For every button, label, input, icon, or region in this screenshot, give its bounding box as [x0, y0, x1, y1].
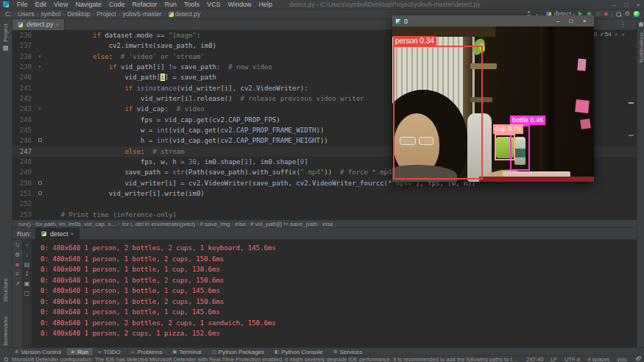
toolwindow-python-packages[interactable]: ◫Python Packages: [208, 348, 269, 356]
cv-minimize-button[interactable]: –: [551, 18, 565, 24]
menu-code[interactable]: Code: [105, 0, 129, 10]
menu-run[interactable]: Run: [160, 0, 180, 10]
menu-view[interactable]: View: [50, 0, 71, 10]
toolwindow-run[interactable]: ▶Run: [67, 348, 93, 356]
clear-icon[interactable]: ▢: [24, 290, 30, 297]
search-icon[interactable]: [616, 12, 621, 17]
code-breadcrumb-item[interactable]: run(): [17, 221, 32, 227]
code-line[interactable]: 253 # Print time (inference-only): [13, 210, 637, 220]
next-problem-icon[interactable]: ∨: [621, 32, 625, 38]
up-stack-icon[interactable]: ↑: [26, 242, 29, 249]
edit-config-icon[interactable]: ⚙: [15, 252, 20, 258]
stop-icon[interactable]: ■: [15, 261, 19, 268]
line-number[interactable]: 252: [13, 199, 35, 209]
breadcrumb-item[interactable]: detect.py: [167, 10, 202, 18]
line-number[interactable]: 245: [13, 125, 35, 135]
toolwindow-problems[interactable]: ⚠Problems: [127, 348, 167, 356]
toolwindow-version-control[interactable]: ⋔Version Control: [10, 348, 66, 356]
scroll-end-icon[interactable]: ↧: [24, 271, 29, 277]
prev-problem-icon[interactable]: ∧: [615, 32, 618, 38]
close-button[interactable]: ×: [632, 0, 644, 10]
tab-close-icon[interactable]: ×: [56, 21, 60, 28]
breadcrumb-item[interactable]: Desktop: [66, 10, 91, 18]
line-number[interactable]: 238: [13, 52, 35, 62]
breadcrumb-item[interactable]: Project: [95, 10, 117, 18]
code-breadcrumb-item[interactable]: for path, im, im0s, vid_cap, s ...: [35, 221, 119, 227]
breadcrumb-item[interactable]: symbol: [39, 10, 62, 18]
line-number[interactable]: 253: [13, 210, 35, 220]
sidebar-item-project[interactable]: Project: [2, 24, 9, 52]
line-number[interactable]: 239: [13, 62, 35, 72]
toolwindow-todo[interactable]: ≡TODO: [94, 348, 125, 356]
line-separator[interactable]: LF: [551, 356, 557, 362]
coverage-button[interactable]: ◎: [595, 10, 601, 18]
indent-style[interactable]: 4 spaces: [587, 356, 609, 362]
code-line[interactable]: 252: [13, 199, 637, 209]
status-message[interactable]: Microsoft Defender configuration: The ID…: [12, 356, 519, 362]
maximize-button[interactable]: □: [620, 0, 632, 10]
line-number[interactable]: 236: [13, 30, 35, 40]
fold-icon[interactable]: ▾: [38, 53, 42, 60]
run-tab-detect[interactable]: detect ×: [35, 228, 79, 240]
caret-position[interactable]: 247:40: [526, 356, 543, 362]
minimize-button[interactable]: –: [609, 0, 620, 10]
code-breadcrumb-item[interactable]: for i, det in enumerate(pred): [121, 221, 197, 227]
toolwindow-python-console[interactable]: ◧Python Console: [270, 348, 328, 356]
line-number[interactable]: 241: [13, 83, 35, 93]
down-stack-icon[interactable]: ↓: [26, 252, 29, 258]
menu-file[interactable]: File: [13, 0, 32, 10]
rerun-icon[interactable]: ↻: [15, 242, 20, 249]
print-icon[interactable]: ▣: [24, 280, 30, 287]
fold-icon[interactable]: ▾: [38, 105, 42, 112]
soft-wrap-icon[interactable]: ▤: [24, 261, 30, 268]
fold-icon[interactable]: ▾: [38, 63, 42, 70]
menu-tools[interactable]: Tools: [180, 0, 203, 10]
cv-maximize-button[interactable]: □: [565, 18, 578, 24]
line-number[interactable]: 243: [13, 104, 35, 114]
cv-close-button[interactable]: ×: [578, 18, 591, 24]
line-number[interactable]: 240: [13, 72, 35, 82]
interpreter[interactable]: yolo: [617, 356, 627, 362]
code-breadcrumb-item[interactable]: if save_img: [199, 221, 231, 227]
code-line[interactable]: 251 vid_writer[i].write(im0): [13, 188, 637, 199]
toolwindow-services[interactable]: ⚙Services: [329, 348, 367, 356]
menu-help[interactable]: Help: [255, 0, 277, 10]
lock-icon[interactable]: [636, 358, 640, 361]
line-number[interactable]: 249: [13, 167, 35, 177]
menu-refactor[interactable]: Refactor: [128, 0, 160, 10]
opencv-title-bar[interactable]: 0 – □ ×: [392, 15, 594, 26]
breadcrumb-item[interactable]: yolov5-master: [121, 10, 163, 18]
code-breadcrumb-item[interactable]: if vid_path[i] != save_path: [249, 221, 319, 227]
pin-icon[interactable]: ↗: [15, 280, 20, 287]
menu-vcs[interactable]: VCS: [203, 0, 224, 10]
sidebar-item-bookmarks[interactable]: Bookmarks: [2, 316, 9, 346]
toolwindow-terminal[interactable]: ▣Terminal: [168, 348, 205, 356]
stop-button[interactable]: ■: [604, 10, 608, 18]
file-encoding[interactable]: UTF-8: [565, 356, 580, 362]
ide-features-icon[interactable]: [634, 11, 640, 17]
line-number[interactable]: 247: [13, 146, 35, 157]
line-number[interactable]: 248: [13, 157, 35, 167]
line-number[interactable]: 242: [13, 93, 35, 104]
settings-gear-icon[interactable]: ⚙: [625, 10, 630, 18]
run-console-output[interactable]: 0: 480x640 1 person, 2 bottles, 2 cups, …: [32, 240, 637, 347]
code-breadcrumb-item[interactable]: else: [233, 221, 247, 227]
sidebar-item-structure[interactable]: Structure: [2, 278, 9, 302]
line-number[interactable]: 251: [13, 188, 35, 199]
notifications-bell-icon[interactable]: [639, 22, 643, 26]
line-number[interactable]: 250: [13, 178, 35, 188]
sidebar-item-notifications[interactable]: Notifications: [638, 32, 644, 63]
line-number[interactable]: 237: [13, 40, 35, 51]
menu-window[interactable]: Window: [224, 0, 255, 10]
menu-navigate[interactable]: Navigate: [71, 0, 105, 10]
menu-edit[interactable]: Edit: [32, 0, 51, 10]
breadcrumb-item[interactable]: Users: [16, 10, 35, 18]
editor-options-icon[interactable]: ⋮: [620, 21, 637, 28]
run-tab-close-icon[interactable]: ×: [71, 230, 74, 237]
line-number[interactable]: 246: [13, 135, 35, 146]
tab-detect-py[interactable]: detect.py ×: [13, 19, 65, 30]
breadcrumb-item[interactable]: C:: [4, 10, 13, 18]
line-number[interactable]: 244: [13, 115, 35, 125]
dump-icon[interactable]: ≡: [15, 271, 19, 277]
opencv-window[interactable]: 0 – □ ×: [392, 15, 594, 182]
